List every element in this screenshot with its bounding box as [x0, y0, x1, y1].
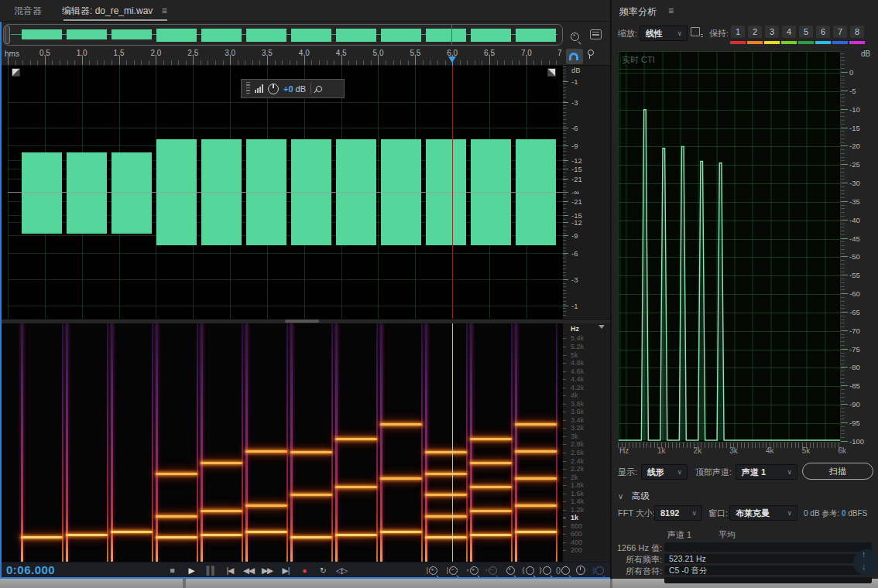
zoom-to-selection-button[interactable]: () — [554, 563, 572, 577]
hold-button-4[interactable]: 4 — [782, 26, 796, 38]
zoom-full-icon[interactable] — [571, 30, 579, 44]
overview-playhead[interactable] — [451, 25, 452, 45]
stop-button[interactable]: ■ — [163, 563, 181, 577]
panel-menu-icon[interactable]: ≡ — [162, 5, 167, 16]
play-button[interactable]: ▶ — [182, 563, 201, 577]
hold-button-3[interactable]: 3 — [765, 26, 779, 38]
hold-button-8[interactable]: 8 — [850, 26, 864, 38]
fft-size-dropdown[interactable]: 8192 ∨ — [654, 505, 702, 521]
fade-in-handle[interactable] — [12, 68, 20, 77]
hold-button-2[interactable]: 2 — [748, 26, 762, 38]
scale-dropdown[interactable]: 线性 ∨ — [640, 26, 688, 41]
note-attack-transient — [201, 323, 203, 562]
panel-focus-border-left — [0, 22, 2, 579]
zoom-out-amplitude-button[interactable]: ▫ — [482, 563, 500, 577]
window-dropdown[interactable]: 布莱克曼 ∨ — [729, 505, 797, 521]
snap-magnet-button[interactable] — [566, 49, 583, 64]
skip-selection-button[interactable]: ◁▷ — [332, 563, 351, 577]
hold-button-5[interactable]: 5 — [799, 26, 813, 38]
zoom-in-right-edge-button[interactable]: ) — [536, 563, 554, 577]
record-button[interactable]: ● — [295, 563, 314, 577]
note-harmonic-line — [201, 510, 242, 512]
magnifier-icon — [429, 566, 437, 575]
skip-to-start-button[interactable]: |◀ — [221, 563, 239, 577]
frequency-ruler-tick — [563, 436, 566, 437]
note-harmonic-line — [335, 534, 377, 536]
hold-button-1[interactable]: 1 — [731, 26, 745, 38]
freq-panel-menu-icon[interactable]: ≡ — [668, 5, 674, 16]
frequency-ruler-label: 1.6k — [571, 490, 584, 497]
frequency-ruler-label: 4.8k — [571, 359, 584, 367]
amplitude-ruler-label: -3 — [571, 275, 578, 284]
fade-out-handle[interactable] — [547, 68, 556, 77]
tab-mixer[interactable]: 混音器 — [6, 0, 50, 22]
frequency-ruler-tick — [563, 453, 566, 453]
zoom-in-left-edge-button[interactable]: ( — [519, 563, 537, 577]
hud-grip-handle[interactable] — [246, 82, 250, 95]
hold-button-6[interactable]: 6 — [816, 26, 830, 38]
step-down-button[interactable]: ↓ — [862, 562, 866, 571]
spectrogram-panel[interactable] — [0, 323, 563, 562]
display-dropdown[interactable]: 线形 ∨ — [641, 464, 688, 480]
tab-editor-label: 编辑器: do_re_mi.wav — [62, 5, 153, 16]
skip-to-end-button[interactable]: ▶| — [276, 563, 295, 577]
zoom-in-time-button[interactable]: | — [423, 563, 441, 577]
spectrum-db-label: -35 — [849, 197, 860, 206]
time-display[interactable]: 0:06.000 — [6, 563, 55, 576]
step-up-button[interactable]: ↑ — [862, 549, 866, 559]
note-harmonic-line — [335, 486, 377, 488]
marker-pin-button[interactable] — [588, 50, 594, 56]
note-harmonic-line — [156, 536, 197, 538]
frequency-ruler-label: 2k — [571, 473, 578, 481]
timed-record-button[interactable] — [571, 563, 590, 577]
pause-button[interactable]: ▌▌ — [202, 563, 221, 577]
amplitude-ruler-label: -6 — [571, 124, 578, 132]
spectrum-db-tick — [841, 312, 848, 313]
gain-value[interactable]: +0 dB — [283, 84, 306, 94]
spectrum-db-tick — [841, 404, 848, 405]
collapse-arrow-icon[interactable] — [598, 325, 605, 329]
spectrum-db-tick — [841, 72, 848, 73]
spectrum-graph[interactable]: 实时 CTI — [618, 51, 841, 443]
zoom-in-amplitude-button[interactable]: ▫ — [463, 563, 482, 577]
copy-graph-icon[interactable] — [691, 27, 700, 36]
top-channel-dropdown[interactable]: 声道 1 ∨ — [736, 464, 797, 480]
frequency-ruler-label: 600 — [571, 530, 582, 538]
frequency-ruler-tick — [563, 379, 566, 380]
zoom-out-time-button[interactable]: | — [443, 563, 461, 577]
note-harmonic-line — [156, 473, 197, 475]
frequency-ruler-tick — [563, 510, 566, 511]
timeline-tick-label: 4.5 — [336, 49, 347, 57]
spectrum-db-label: -15 — [849, 124, 860, 132]
note-harmonic-line — [380, 423, 422, 426]
overview-note-block — [426, 29, 466, 42]
spectrum-freq-label: 1k — [657, 446, 666, 455]
timeline-tick-label: 2.5 — [187, 49, 198, 57]
note-harmonic-line — [470, 534, 512, 536]
waveform-panel[interactable]: +0 dB — [0, 66, 563, 319]
amplitude-ruler-tick — [563, 279, 568, 280]
hud-pin-icon[interactable] — [314, 84, 323, 93]
amplitude-ruler[interactable] — [563, 66, 612, 319]
hold-button-7[interactable]: 7 — [833, 26, 847, 38]
advanced-disclosure[interactable]: ∨ 高级 — [618, 488, 650, 502]
column-header-average: 平均 — [719, 530, 736, 540]
amplitude-ruler-label: -12 — [571, 156, 582, 165]
zoom-reset-button[interactable] — [501, 563, 520, 577]
loop-playback-button[interactable]: ↻ — [314, 563, 332, 577]
gain-knob-icon[interactable] — [268, 84, 279, 94]
amplitude-ruler-tick — [563, 222, 568, 223]
frequency-ruler-label: 3.8k — [571, 400, 584, 408]
tab-editor[interactable]: 编辑器: do_re_mi.wav ≡ — [62, 0, 167, 22]
timeline-tick-label: 1.5 — [114, 49, 125, 57]
rewind-button[interactable]: ◀◀ — [239, 563, 258, 577]
splitter-grip[interactable] — [285, 320, 319, 323]
fast-forward-button[interactable]: ▶▶ — [258, 563, 276, 577]
scan-button[interactable]: 扫描 — [802, 463, 873, 480]
gain-hud[interactable]: +0 dB — [241, 79, 345, 98]
overview-options-icon[interactable] — [590, 29, 602, 39]
overview-left-handle[interactable] — [5, 26, 10, 44]
spectrum-freq-label: 2k — [694, 446, 702, 455]
freq-panel-title[interactable]: 频率分析 — [619, 5, 657, 19]
spectrum-db-label: -95 — [849, 419, 860, 427]
